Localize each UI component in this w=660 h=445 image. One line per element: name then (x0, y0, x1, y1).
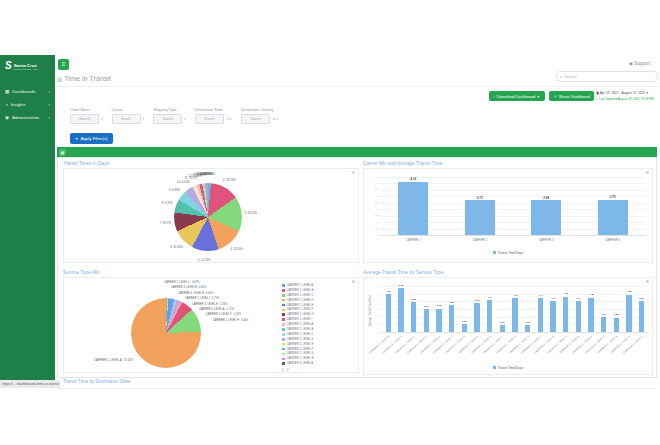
chart-title[interactable]: Transit Times in Days (63, 161, 359, 166)
pie-callout-label: CARRIER 3, LEVEL B : 0.61% (171, 286, 206, 289)
filter-caret[interactable]: ▾ (184, 117, 186, 121)
bar[interactable] (639, 301, 645, 332)
bar[interactable] (386, 294, 392, 332)
filter-label: Client Menu (70, 108, 103, 112)
bar-value-label: 0.98 (456, 320, 472, 323)
bar[interactable] (601, 317, 607, 332)
sidebar-item-dashboards[interactable]: ▦ Dashboards › (0, 85, 55, 98)
bar-value-label: 4.95 (380, 290, 396, 293)
bar[interactable] (436, 309, 442, 332)
bar[interactable] (626, 295, 632, 332)
bar[interactable] (465, 200, 495, 235)
bar[interactable] (398, 288, 404, 332)
filter-carrier: Carrier Search ▾ (112, 108, 145, 124)
bar[interactable] (525, 325, 531, 332)
support-link[interactable]: ◉Support (629, 61, 650, 66)
dashboard-screenshot: S Santa Cruz BIOTECHNOLOGY, INC. ▦ Dashb… (0, 0, 660, 445)
y-axis-tick-label: 4.5 (364, 176, 378, 179)
chevron-right-icon: › (49, 102, 51, 107)
sidebar-item-label: Administration (12, 115, 39, 120)
bar[interactable] (563, 297, 569, 332)
y-axis-title: Average Transit Time/Days (369, 295, 372, 326)
bar[interactable] (449, 305, 455, 332)
calendar-icon: ▣ (596, 91, 599, 95)
apply-filters-button[interactable]: ▼ Apply Filter(s) (70, 133, 113, 144)
bar[interactable] (474, 303, 480, 332)
sidebar-item-insights[interactable]: ◑ Insights › (0, 98, 55, 111)
filter-caret[interactable]: ▾ (101, 117, 103, 121)
sidebar-toggle-button[interactable]: ≡ (58, 59, 69, 70)
chart-menu-icon[interactable]: ☰ (352, 171, 355, 175)
bar[interactable] (411, 302, 417, 332)
pie-slice-label: 3: 16.55% (245, 211, 258, 215)
x-axis-label: CARRIER 3 (524, 238, 568, 242)
chart-legend[interactable]: Transit Time/Days (364, 251, 652, 255)
bar[interactable] (500, 325, 506, 332)
bar[interactable] (487, 300, 493, 332)
caret-down-icon: ▾ (646, 91, 648, 95)
page-title: ▨ Time in Transit (57, 74, 111, 83)
pie-legend: CARRIER 1, LEVEL ACARRIER 1, LEVEL BCARR… (282, 283, 314, 372)
pie-callout-label: CARRIER 2, LEVEL E : 1.25% (192, 303, 227, 306)
chart-title[interactable]: Carrier Mix and Average Transit Time (363, 161, 653, 166)
search-input[interactable]: ⌕ Search (556, 71, 658, 82)
next-chart-title[interactable]: Transit Time by Destination State (63, 379, 131, 384)
bar[interactable] (462, 324, 468, 332)
bar[interactable] (512, 298, 518, 332)
legend-item[interactable]: CARRIER 3, LEVEL A (282, 361, 314, 366)
chart-title[interactable]: Service Type Mix (63, 270, 359, 275)
pie-callout-label: CARRIER 2, LEVEL H : 5.44% (213, 319, 248, 322)
browser-status-bar: https://…/dashboards/time-in-transit (0, 380, 60, 388)
share-dashboard-button[interactable]: ↗ Share Dashboard (549, 91, 594, 101)
filter-search-select[interactable]: Search (112, 114, 141, 124)
pie-slice-label: 9: 4.83% (169, 188, 180, 192)
bar-value-label: 3.99 (634, 297, 650, 300)
bar[interactable] (588, 298, 594, 332)
filter-selected-count[interactable]: +1 ▾ (226, 117, 232, 121)
chart-menu-icon[interactable]: ☰ (352, 280, 355, 284)
filter-label: Carrier (112, 108, 145, 112)
legend-pagination[interactable]: 1 2 (282, 368, 314, 372)
bar[interactable] (576, 301, 582, 332)
y-axis-tick-label: 1 (364, 221, 378, 224)
date-range-picker[interactable]: ▣ Apr 19, 2021 - August 17, 2021 ▾ (596, 91, 656, 95)
sidebar-item-administration[interactable]: ◉ Administration › (0, 111, 55, 124)
charts-header-strip: ▦ (57, 147, 657, 157)
filter-caret[interactable]: ▾ (143, 117, 145, 121)
bar-value-label: 2.73 (472, 196, 488, 200)
filter-search-select[interactable]: Search (153, 114, 182, 124)
bar-value-label: 4.88 (621, 290, 637, 293)
pie-slice-label: 7: 8.97% (160, 221, 171, 225)
pie-slice-label: 5: 12.76% (198, 258, 211, 262)
bar[interactable] (398, 182, 428, 235)
y-axis-tick-label: 0.5 (364, 227, 378, 230)
filter-search-select[interactable]: Search (195, 114, 224, 124)
bar[interactable] (614, 318, 620, 332)
app-logo[interactable]: S Santa Cruz BIOTECHNOLOGY, INC. (0, 55, 55, 75)
bar[interactable] (538, 298, 544, 332)
pie-slice-label: 4: 13.10% (230, 247, 243, 251)
chart-view-button[interactable]: ▦ (59, 149, 66, 156)
bar-value-label: 3.75 (469, 299, 485, 302)
chart-menu-icon[interactable]: ☰ (646, 280, 649, 284)
share-label: Share Dashboard (559, 94, 590, 99)
download-dashboard-button[interactable]: ↓ Download Dashboard ▾ (489, 91, 545, 101)
pie-slice-label: 2: 13.79% (223, 178, 236, 182)
y-axis-tick-label: 1.5 (364, 214, 378, 217)
bar-value-label: 4.14 (405, 177, 421, 181)
y-axis-tick-label: 3 (364, 195, 378, 198)
bar[interactable] (598, 200, 628, 235)
bar[interactable] (550, 301, 556, 332)
bar-value-label: 2.68 (538, 196, 554, 200)
chevron-right-icon: › (49, 89, 51, 94)
filter-selected-count[interactable]: +2 ▾ (272, 117, 278, 121)
chart-title[interactable]: Average Transit Time by Service Type (363, 270, 653, 275)
filter-search-select[interactable]: Search (241, 114, 270, 124)
bar[interactable] (531, 200, 561, 235)
y-axis-tick-label: 3.5 (364, 188, 378, 191)
bar[interactable] (424, 309, 430, 332)
chart-menu-icon[interactable]: ☰ (646, 171, 649, 175)
filter-search-select[interactable]: (Search) (70, 114, 99, 124)
chart-legend[interactable]: Transit Time/Days (364, 366, 652, 370)
filter-label: Destination Country (241, 108, 278, 112)
